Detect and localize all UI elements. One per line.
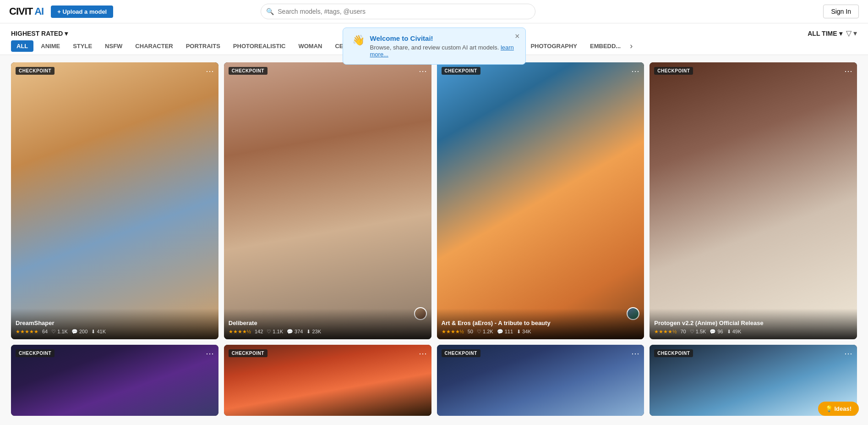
card-title: Deliberate (229, 320, 427, 326)
card-likes: ♡ 1.1K (267, 329, 283, 335)
card-comments: 💬 111 (497, 329, 513, 335)
card-rating-count: 70 (680, 329, 686, 334)
card-deliberate[interactable]: CHECKPOINT ⋯ Deliberate ★★★★½ 142 ♡ 1.1K… (224, 62, 431, 339)
card-downloads: ⬇ 41K (91, 329, 106, 335)
card-badge: CHECKPOINT (654, 349, 693, 357)
card-comments: 💬 200 (71, 329, 87, 335)
card-footer: Deliberate ★★★★½ 142 ♡ 1.1K 💬 374 ⬇ 23K (224, 309, 431, 339)
card-footer: Protogen v2.2 (Anime) Official Release ★… (650, 309, 857, 339)
sort-chevron-icon: ▾ (65, 30, 68, 37)
welcome-text: Welcome to Civitai! Browse, share, and r… (370, 34, 516, 58)
card-badge: CHECKPOINT (442, 349, 480, 357)
logo: CIVITAI (9, 6, 44, 17)
sign-in-button[interactable]: Sign In (823, 5, 859, 18)
time-filter: ALL TIME ▾ ▽ ▾ (808, 29, 857, 38)
card-stars: ★★★★½ (442, 329, 464, 335)
filter-chevron-icon: ▾ (853, 29, 857, 37)
filter-icon: ▽ (846, 29, 852, 37)
card-likes: ♡ 1.2K (477, 329, 493, 335)
card-title: DreamShaper (16, 320, 214, 326)
category-tab-photorealistic[interactable]: PHOTOREALISTIC (228, 40, 291, 52)
category-tab-character[interactable]: CHARACTER (130, 40, 178, 52)
card-menu-button[interactable]: ⋯ (206, 67, 214, 75)
card-badge: CHECKPOINT (229, 67, 267, 75)
category-tab-all[interactable]: ALL (11, 40, 33, 52)
category-tab-photography[interactable]: PHOTOGRAPHY (525, 40, 583, 52)
bottom-card-card5[interactable]: CHECKPOINT ⋯ (11, 345, 218, 416)
card-stars: ★★★★★ (16, 329, 38, 335)
card-comments: 💬 96 (710, 329, 723, 335)
time-chevron-icon: ▾ (839, 30, 842, 37)
card-stats: ★★★★½ 50 ♡ 1.2K 💬 111 ⬇ 34K (442, 329, 640, 335)
bottom-cards-grid: CHECKPOINT ⋯ CHECKPOINT ⋯ CHECKPOINT ⋯ C… (11, 345, 857, 416)
card-stats: ★★★★½ 142 ♡ 1.1K 💬 374 ⬇ 23K (229, 329, 427, 335)
upload-button[interactable]: + Upload a model (51, 6, 113, 18)
card-protogen[interactable]: CHECKPOINT ⋯ Protogen v2.2 (Anime) Offic… (650, 62, 857, 339)
time-label: ALL TIME (808, 30, 837, 37)
category-tab-anime[interactable]: ANIME (35, 40, 66, 52)
card-downloads: ⬇ 49K (727, 329, 742, 335)
card-rating-count: 50 (468, 329, 473, 334)
ideas-button[interactable]: 💡 Ideas! (818, 402, 859, 416)
search-icon: 🔍 (266, 8, 274, 15)
card-badge: CHECKPOINT (442, 67, 480, 75)
card-stars: ★★★★½ (229, 329, 251, 335)
category-tab-style[interactable]: STYLE (67, 40, 98, 52)
category-tab-portraits[interactable]: PORTRAITS (180, 40, 226, 52)
bottom-card-card6[interactable]: CHECKPOINT ⋯ (224, 345, 431, 416)
card-menu-button[interactable]: ⋯ (631, 349, 639, 358)
card-likes: ♡ 1.1K (51, 329, 68, 335)
wave-icon: 👋 (352, 34, 365, 46)
search-input[interactable] (261, 4, 535, 19)
cards-grid: CHECKPOINT ⋯ DreamShaper ★★★★★ 64 ♡ 1.1K… (11, 62, 857, 339)
card-image (224, 62, 431, 339)
card-stats: ★★★★½ 70 ♡ 1.5K 💬 96 ⬇ 49K (654, 329, 852, 335)
card-badge: CHECKPOINT (229, 349, 267, 357)
card-rating-count: 64 (42, 329, 48, 334)
welcome-banner: 👋 Welcome to Civitai! Browse, share, and… (343, 28, 526, 65)
card-image (11, 62, 218, 339)
welcome-title: Welcome to Civitai! (370, 34, 516, 42)
main-content: CHECKPOINT ⋯ DreamShaper ★★★★★ 64 ♡ 1.1K… (0, 55, 868, 423)
card-menu-button[interactable]: ⋯ (844, 349, 852, 358)
card-dreamshaper[interactable]: CHECKPOINT ⋯ DreamShaper ★★★★★ 64 ♡ 1.1K… (11, 62, 218, 339)
sort-button[interactable]: HIGHEST RATED ▾ (11, 30, 68, 37)
time-filter-button[interactable]: ALL TIME ▾ (808, 30, 842, 37)
search-bar: 🔍 (261, 4, 535, 19)
card-title: Protogen v2.2 (Anime) Official Release (654, 320, 852, 326)
card-badge: CHECKPOINT (16, 349, 55, 357)
close-banner-button[interactable]: × (515, 32, 520, 41)
card-menu-button[interactable]: ⋯ (206, 349, 214, 358)
filter-icon-button[interactable]: ▽ ▾ (846, 29, 857, 38)
category-tab-nsfw[interactable]: NSFW (99, 40, 128, 52)
bottom-card-card7[interactable]: CHECKPOINT ⋯ (437, 345, 644, 416)
header: CIVITAI + Upload a model 🔍 Sign In (0, 0, 868, 23)
card-stars: ★★★★½ (654, 329, 677, 335)
card-menu-button[interactable]: ⋯ (419, 67, 427, 75)
card-likes: ♡ 1.5K (690, 329, 706, 335)
card-menu-button[interactable]: ⋯ (419, 349, 427, 358)
tabs-scroll-right-icon[interactable]: › (628, 41, 634, 51)
card-arteros[interactable]: CHECKPOINT ⋯ Art & Eros (aEros) - A trib… (437, 62, 644, 339)
card-menu-button[interactable]: ⋯ (631, 67, 639, 75)
card-footer: DreamShaper ★★★★★ 64 ♡ 1.1K 💬 200 ⬇ 41K (11, 309, 218, 339)
sort-label: HIGHEST RATED (11, 30, 63, 37)
category-tab-embedd[interactable]: EMBEDD... (584, 40, 626, 52)
card-menu-button[interactable]: ⋯ (844, 67, 852, 75)
card-footer: Art & Eros (aEros) - A tribute to beauty… (437, 309, 644, 339)
card-image (650, 62, 857, 339)
card-title: Art & Eros (aEros) - A tribute to beauty (442, 320, 640, 326)
card-downloads: ⬇ 23K (306, 329, 321, 335)
card-downloads: ⬇ 34K (517, 329, 531, 335)
card-stats: ★★★★★ 64 ♡ 1.1K 💬 200 ⬇ 41K (16, 329, 214, 335)
category-tab-woman[interactable]: WOMAN (293, 40, 328, 52)
card-rating-count: 142 (255, 329, 263, 334)
card-comments: 💬 374 (287, 329, 303, 335)
card-badge: CHECKPOINT (654, 67, 693, 75)
welcome-description: Browse, share, and review custom AI art … (370, 44, 516, 58)
card-badge: CHECKPOINT (16, 67, 55, 75)
card-image (437, 62, 644, 339)
